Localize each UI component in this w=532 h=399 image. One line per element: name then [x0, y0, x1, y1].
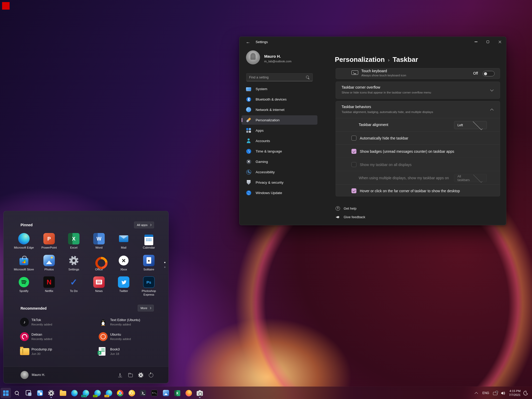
recommended-text-editor[interactable]: Text Editor (Ubuntu) Recently added — [99, 317, 169, 327]
get-help-link[interactable]: Get help — [336, 206, 356, 211]
taskbar-settings[interactable] — [46, 388, 56, 398]
nav-item-bluetooth[interactable]: Bluetooth & devices — [242, 95, 317, 104]
pinned-app-mail[interactable]: Mail — [111, 233, 136, 250]
auto-hide-checkbox[interactable] — [351, 136, 356, 141]
user-avatar[interactable] — [246, 50, 260, 64]
titlebar[interactable]: ← Settings — [240, 37, 506, 47]
close-button[interactable] — [494, 37, 506, 46]
windows-logo-icon — [3, 390, 9, 396]
nav-item-windows-update[interactable]: Windows Update — [242, 188, 317, 197]
clock[interactable]: 4:15 PM 7/7/2021 — [507, 387, 521, 399]
taskbar-search[interactable] — [12, 388, 22, 398]
recommended-book3[interactable]: Book3 Jun 18 — [99, 347, 169, 357]
nav-item-system[interactable]: System — [242, 84, 317, 94]
nav-item-network[interactable]: Network & internet — [242, 105, 317, 114]
pinned-app-settings[interactable]: Settings — [61, 255, 86, 271]
corner-overflow-row[interactable]: Taskbar corner overflow Show or hide ico… — [336, 82, 500, 99]
chevron-down-icon[interactable] — [490, 88, 494, 91]
tux-penguin-icon — [99, 318, 108, 327]
network-icon — [246, 107, 251, 112]
language-indicator[interactable]: ENG — [481, 387, 491, 399]
taskbar-cmd[interactable] — [149, 388, 159, 398]
pinned-app-office[interactable]: Office — [87, 255, 111, 271]
ubuntu-icon — [99, 332, 108, 341]
search-input[interactable]: Find a setting — [246, 73, 313, 81]
downloads-button[interactable] — [115, 370, 125, 380]
recommended-tiktok[interactable]: ♪ TikTok Recently added — [20, 317, 90, 327]
pinned-app-powerpoint[interactable]: P PowerPoint — [37, 233, 62, 250]
taskbar-chrome-canary[interactable] — [127, 388, 137, 398]
pinned-app-photos[interactable]: Photos — [37, 255, 62, 271]
taskbar-chrome[interactable] — [115, 388, 125, 398]
more-button[interactable]: More — [138, 305, 154, 311]
show-desktop-checkbox[interactable] — [351, 188, 356, 193]
give-feedback-link[interactable]: Give feedback — [336, 215, 365, 219]
taskbar-edge-canary[interactable]: CAN — [104, 388, 114, 398]
pinned-app-calendar[interactable]: Calendar — [136, 233, 161, 250]
chevron-up-icon[interactable] — [490, 109, 494, 112]
excel-icon: X — [68, 233, 79, 244]
taskbar-terminal[interactable] — [138, 388, 148, 398]
start-button[interactable] — [1, 388, 11, 398]
back-button[interactable]: ← — [244, 38, 252, 46]
xbox-icon: × — [118, 255, 129, 266]
alignment-dropdown[interactable]: Left — [454, 121, 487, 129]
badges-checkbox[interactable] — [351, 149, 356, 154]
taskbar-edge[interactable] — [69, 388, 79, 398]
nav-item-time-language[interactable]: Time & language — [242, 147, 317, 156]
pinned-app-todo[interactable]: ✓ To Do — [61, 276, 86, 293]
all-displays-checkbox[interactable] — [351, 162, 356, 167]
taskbar-edge-dev[interactable]: DEV — [92, 388, 103, 398]
pinned-app-photoshop-express[interactable]: Ps Photoshop Express — [136, 276, 161, 296]
task-view-button[interactable] — [23, 388, 34, 398]
minimize-button[interactable] — [470, 37, 482, 46]
pinned-app-store[interactable]: Microsoft Store — [11, 255, 36, 271]
footer-user-name[interactable]: Mauro H. — [32, 373, 45, 377]
taskbar-firefox[interactable] — [183, 388, 194, 398]
nav-item-privacy[interactable]: Privacy & security — [242, 178, 317, 187]
touch-keyboard-toggle[interactable] — [483, 71, 495, 76]
recommended-procdump[interactable]: Procdump.zip Jun 30 — [20, 347, 90, 357]
taskbar: BETA DEV CAN ENG 4:15 PM 7/7/2021 — [0, 387, 532, 399]
taskbar-excel[interactable] — [172, 388, 182, 398]
nav-item-apps[interactable]: Apps — [242, 126, 317, 135]
mail-icon — [118, 233, 129, 244]
news-icon — [93, 276, 105, 288]
power-button[interactable] — [146, 370, 156, 380]
tray-overflow-button[interactable] — [472, 387, 480, 399]
widgets-button[interactable] — [35, 388, 45, 398]
file-explorer-button[interactable] — [125, 370, 135, 380]
nav-item-personalization[interactable]: Personalization — [242, 115, 317, 125]
taskbar-edge-beta[interactable]: BETA — [81, 388, 91, 398]
chrome-canary-icon — [129, 390, 135, 396]
pinned-app-twitter[interactable]: Twitter — [111, 276, 136, 293]
nav-item-accounts[interactable]: Accounts — [242, 136, 317, 145]
nav-item-accessibility[interactable]: Accessibility — [242, 167, 317, 177]
pinned-app-netflix[interactable]: N Netflix — [37, 276, 62, 293]
pinned-app-edge[interactable]: Microsoft Edge — [11, 233, 36, 250]
pinned-app-word[interactable]: W Word — [87, 233, 111, 250]
breadcrumb-parent[interactable]: Personalization — [335, 56, 385, 64]
taskbar-camera[interactable] — [195, 388, 205, 398]
maximize-button[interactable] — [482, 37, 494, 46]
breadcrumb-separator: › — [388, 57, 389, 63]
recommended-ubuntu[interactable]: Ubuntu Recently added — [99, 332, 169, 342]
pinned-app-excel[interactable]: X Excel — [61, 233, 86, 250]
settings-button[interactable] — [136, 370, 146, 380]
recommended-debian[interactable]: Debian Recently added — [20, 332, 90, 342]
nav-item-gaming[interactable]: Gaming — [242, 157, 317, 166]
taskbar-file-explorer[interactable] — [58, 388, 68, 398]
all-apps-button[interactable]: All apps — [134, 222, 154, 228]
pinned-app-news[interactable]: News — [87, 276, 111, 293]
pinned-app-xbox[interactable]: × Xbox — [111, 255, 136, 271]
focus-assist-button[interactable] — [521, 387, 530, 399]
avatar[interactable] — [21, 371, 29, 379]
volume-tray-button[interactable] — [499, 387, 507, 399]
pinned-app-solitaire[interactable]: ♠ Solitaire — [136, 255, 161, 271]
pinned-pagination[interactable] — [164, 262, 166, 271]
network-tray-button[interactable] — [492, 387, 499, 399]
running-indicator — [50, 397, 52, 398]
pinned-app-spotify[interactable]: Spotify — [11, 276, 36, 293]
multi-display-dropdown[interactable]: All taskbars — [454, 174, 487, 182]
taskbar-photos[interactable] — [161, 388, 171, 398]
